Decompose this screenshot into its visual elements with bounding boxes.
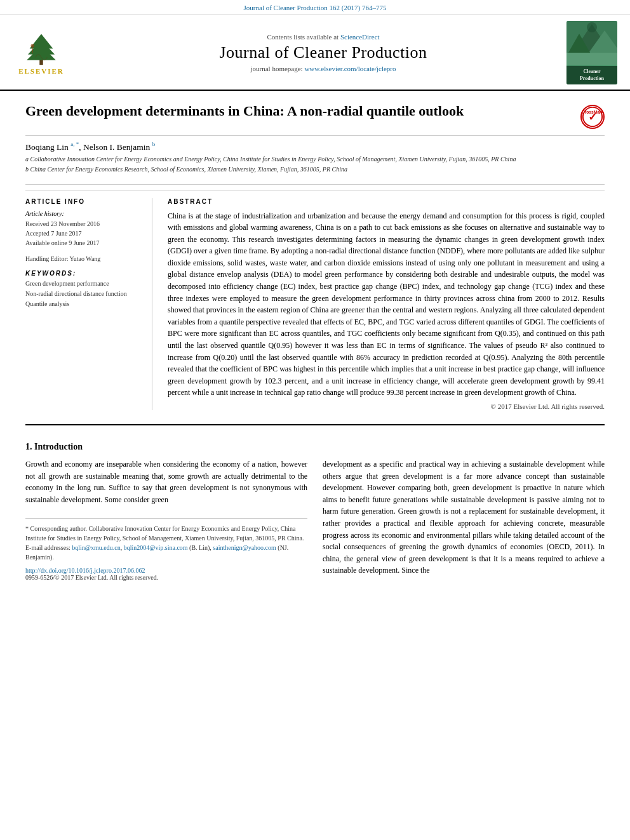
- available-date: Available online 9 June 2017: [25, 238, 142, 248]
- intro-body: Growth and economy are inseparable when …: [25, 458, 605, 582]
- info-abstract-section: Article Info Article history: Received 2…: [25, 190, 605, 418]
- abstract-text: China is at the stage of industrializati…: [168, 210, 605, 399]
- corresponding-note: * Corresponding author. Collaborative In…: [25, 524, 307, 543]
- copyright-line: © 2017 Elsevier Ltd. All rights reserved…: [168, 403, 605, 410]
- svg-text:CrossMark: CrossMark: [582, 110, 603, 114]
- citation-bar: Journal of Cleaner Production 162 (2017)…: [0, 0, 630, 15]
- homepage-line: journal homepage: www.elsevier.com/locat…: [80, 65, 566, 72]
- history-label: Article history:: [25, 210, 142, 217]
- handling-editor: Handling Editor: Yutao Wang: [25, 255, 142, 262]
- svg-rect-10: [566, 53, 617, 65]
- intro-title: 1. Introduction: [25, 442, 605, 452]
- author-b-sup: b: [152, 141, 156, 147]
- sciencedirect-link[interactable]: ScienceDirect: [340, 33, 380, 41]
- journal-header: ELSEVIER Contents lists available at Sci…: [0, 15, 630, 91]
- svg-point-4: [31, 44, 35, 48]
- received-date: Received 23 November 2016: [25, 219, 142, 229]
- sciencedirect-line: Contents lists available at ScienceDirec…: [80, 33, 566, 41]
- keywords-section: Keywords: Green development performance …: [25, 270, 142, 309]
- accepted-date: Accepted 7 June 2017: [25, 229, 142, 238]
- badge-label: CleanerProduction: [566, 66, 617, 84]
- introduction-section: 1. Introduction Growth and economy are i…: [25, 432, 605, 582]
- article-history: Article history: Received 23 November 20…: [25, 210, 142, 248]
- article-info-col: Article Info Article history: Received 2…: [25, 198, 152, 411]
- affiliation-b: b China Center for Energy Economics Rese…: [25, 165, 605, 174]
- email1-author: (B. Lin),: [189, 544, 211, 551]
- intro-left-col: Growth and economy are inseparable when …: [25, 458, 307, 582]
- citation-text: Journal of Cleaner Production 162 (2017)…: [244, 4, 387, 11]
- crossmark-icon: ✓ CrossMark: [580, 105, 605, 129]
- issn-text: 0959-6526/© 2017 Elsevier Ltd. All right…: [25, 574, 307, 581]
- keywords-label: Keywords:: [25, 270, 142, 277]
- email-footnote: E-mail addresses: bqlin@xmu.edu.cn, bqli…: [25, 543, 307, 562]
- intro-para-2: development as a specific and practical …: [323, 458, 605, 577]
- cleaner-production-badge: CleanerProduction: [566, 21, 617, 84]
- intro-para-1: Growth and economy are inseparable when …: [25, 458, 307, 505]
- section-divider: [25, 184, 605, 185]
- journal-title-block: Contents lists available at ScienceDirec…: [80, 33, 566, 72]
- doi-section: http://dx.doi.org/10.1016/j.jclepro.2017…: [25, 567, 307, 581]
- journal-main-title: Journal of Cleaner Production: [80, 43, 566, 62]
- svg-point-11: [587, 22, 597, 32]
- author-a-sup: a, *: [70, 141, 79, 147]
- homepage-link[interactable]: www.elsevier.com/locate/jclepro: [304, 65, 396, 72]
- email-label: E-mail addresses:: [25, 544, 70, 551]
- crossmark-logo: ✓ CrossMark: [580, 105, 605, 129]
- elsevier-label: ELSEVIER: [18, 67, 64, 75]
- authors-line: Boqiang Lin a, *, Nelson I. Benjamin b: [25, 141, 605, 152]
- article-title: Green development determinants in China:…: [25, 102, 570, 121]
- doi-link[interactable]: http://dx.doi.org/10.1016/j.jclepro.2017…: [25, 567, 307, 574]
- badge-mountain-graphic: [566, 21, 617, 65]
- email2-link[interactable]: bqlin2004@vip.sina.com: [124, 544, 188, 551]
- abstract-col: Abstract China is at the stage of indust…: [168, 198, 605, 411]
- affiliation-a: a Collaborative Innovation Center for En…: [25, 155, 605, 164]
- authors-section: Boqiang Lin a, *, Nelson I. Benjamin b a…: [25, 136, 605, 179]
- article-content: Green development determinants in China:…: [0, 91, 630, 582]
- footnote-section: * Corresponding author. Collaborative In…: [25, 518, 307, 562]
- main-divider: [25, 424, 605, 425]
- email1-link[interactable]: bqlin@xmu.edu.cn: [72, 544, 120, 551]
- keyword-2: Non-radial directional distance function: [25, 289, 142, 299]
- keyword-3: Quantile analysis: [25, 299, 142, 309]
- badge-mountain-svg: [566, 21, 617, 65]
- elsevier-logo: ELSEVIER: [13, 31, 70, 75]
- intro-right-col: development as a specific and practical …: [323, 458, 605, 582]
- article-title-section: Green development determinants in China:…: [25, 91, 605, 136]
- abstract-label: Abstract: [168, 198, 605, 205]
- keyword-1: Green development performance: [25, 279, 142, 289]
- article-info-label: Article Info: [25, 198, 142, 205]
- email3-link[interactable]: sainthenign@yahoo.com: [213, 544, 276, 551]
- elsevier-tree-icon: [19, 31, 64, 66]
- crossmark-svg: ✓ CrossMark: [582, 105, 603, 128]
